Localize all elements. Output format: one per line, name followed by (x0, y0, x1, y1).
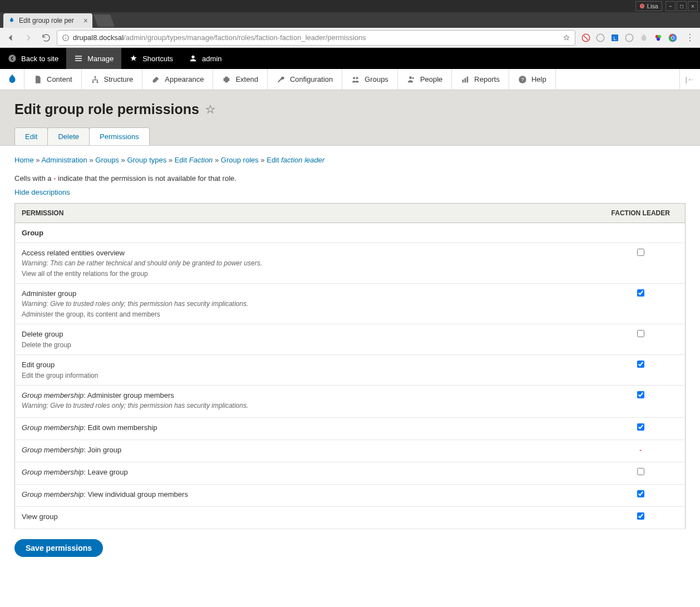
breadcrumb-admin[interactable]: Administration (41, 156, 87, 164)
info-icon (62, 34, 70, 42)
os-minimize[interactable]: − (666, 1, 676, 11)
tab-delete[interactable]: Delete (47, 127, 90, 145)
browser-tab[interactable]: Edit group role per × (3, 13, 92, 28)
shortcuts-label: Shortcuts (142, 55, 173, 63)
app-icon (639, 3, 645, 9)
new-tab-button[interactable] (93, 14, 115, 27)
permission-title: Access related entities overview (22, 249, 590, 257)
svg-point-19 (409, 76, 412, 79)
help-text: Cells with a - indicate that the permiss… (14, 174, 686, 182)
chevron-left-circle-icon (8, 54, 17, 63)
ext-icon-6[interactable] (653, 33, 663, 43)
admin-configuration[interactable]: Configuration (268, 69, 342, 90)
permission-cell: Access related entities overviewWarning:… (15, 243, 597, 284)
admin-appearance[interactable]: Appearance (142, 69, 213, 90)
ext-icon-4[interactable] (624, 33, 634, 43)
permission-title: Group membership: Administer group membe… (22, 391, 590, 399)
permission-checkbox[interactable] (637, 512, 644, 520)
breadcrumb-group-types[interactable]: Group types (127, 156, 166, 164)
permission-checkbox-cell (597, 243, 686, 284)
ext-icon-7[interactable] (668, 33, 678, 43)
shortcuts-button[interactable]: Shortcuts (121, 48, 181, 69)
local-tabs: Edit Delete Permissions (0, 127, 700, 145)
breadcrumb-edit-leader[interactable]: Edit faction leader (267, 156, 324, 164)
breadcrumb-group-roles[interactable]: Group roles (221, 156, 259, 164)
admin-people[interactable]: People (398, 69, 452, 90)
admin-home-icon[interactable] (0, 69, 24, 90)
file-icon (33, 75, 42, 84)
permission-cell: Edit groupEdit the group information (15, 355, 597, 386)
bookmark-star-icon[interactable] (563, 34, 570, 42)
admin-help[interactable]: ?Help (509, 69, 556, 90)
permission-cell: Administer groupWarning: Give to trusted… (15, 284, 597, 324)
svg-text:L: L (613, 35, 616, 41)
nav-reload-button[interactable] (39, 31, 53, 45)
drupal-favicon (8, 17, 16, 24)
address-bar[interactable]: drupal8.docksal/admin/group/types/manage… (57, 30, 575, 46)
os-maximize[interactable]: □ (677, 1, 687, 11)
breadcrumb-groups[interactable]: Groups (95, 156, 119, 164)
content-region: Home » Administration » Groups » Group t… (0, 146, 700, 574)
ext-icon-1[interactable] (581, 33, 591, 43)
table-row: Administer groupWarning: Give to trusted… (15, 284, 686, 324)
permission-checkbox[interactable] (637, 361, 644, 368)
admin-content[interactable]: Content (24, 69, 82, 90)
os-app-name: Lisa (647, 3, 658, 9)
favorite-star-icon[interactable] (205, 104, 216, 115)
permission-checkbox[interactable] (637, 468, 644, 475)
ext-icon-5[interactable] (639, 33, 649, 43)
ext-icon-3[interactable]: L (610, 33, 620, 43)
chrome-menu-button[interactable]: ⋮ (683, 32, 697, 43)
tab-permissions[interactable]: Permissions (89, 127, 150, 145)
admin-structure[interactable]: Structure (82, 69, 143, 90)
page-title: Edit group role permissions (14, 101, 199, 117)
browser-tab-strip: Edit group role per × (0, 12, 700, 28)
permission-checkbox-cell (597, 324, 686, 355)
admin-extend[interactable]: Extend (213, 69, 267, 90)
save-button[interactable]: Save permissions (14, 539, 103, 557)
wrench-icon (277, 75, 285, 84)
permission-description: Administer the group, its content and me… (22, 310, 160, 318)
os-close[interactable]: × (688, 1, 698, 11)
permission-checkbox[interactable] (637, 490, 644, 497)
permission-title: Delete group (22, 330, 590, 338)
os-app-indicator: Lisa (635, 1, 662, 11)
nav-back-button[interactable] (3, 31, 18, 45)
col-role-header: Faction leader (597, 204, 686, 223)
svg-rect-21 (462, 80, 464, 82)
permission-title: Administer group (22, 289, 590, 298)
tab-close-icon[interactable]: × (83, 16, 88, 25)
admin-groups[interactable]: Groups (342, 69, 398, 90)
permission-checkbox-cell (597, 386, 686, 418)
toggle-descriptions-link[interactable]: Hide descriptions (14, 188, 70, 196)
admin-reports[interactable]: Reports (452, 69, 509, 90)
bar-chart-icon (461, 75, 470, 84)
permission-cell: Group membership: Leave group (15, 462, 597, 485)
table-row: Edit groupEdit the group information (15, 355, 686, 386)
back-to-site-button[interactable]: Back to site (0, 48, 66, 69)
permission-checkbox[interactable] (637, 289, 644, 297)
breadcrumb-home[interactable]: Home (14, 156, 34, 164)
col-permission-header: Permission (15, 204, 597, 223)
tab-edit[interactable]: Edit (14, 127, 48, 145)
permission-title: Group membership: Edit own membership (22, 423, 590, 432)
permission-warning: Warning: This can be rather technical an… (22, 259, 590, 267)
table-row: Group membership: Edit own membership (15, 418, 686, 440)
permission-checkbox[interactable] (637, 391, 644, 398)
table-row: View group (15, 507, 686, 529)
permission-checkbox[interactable] (637, 249, 644, 256)
manage-toggle[interactable]: Manage (66, 48, 121, 69)
permission-cell: Group membership: Join group (15, 440, 597, 462)
ext-icon-2[interactable] (595, 33, 605, 43)
permission-cell: Group membership: Edit own membership (15, 418, 597, 440)
svg-rect-16 (96, 81, 98, 83)
browser-tab-title: Edit group role per (19, 17, 80, 24)
permission-title: Edit group (22, 361, 590, 369)
breadcrumb-edit-faction[interactable]: Edit Faction (175, 156, 213, 164)
admin-collapse-toggle[interactable]: |← (679, 69, 700, 90)
svg-point-11 (672, 36, 674, 39)
permission-description: View all of the entity relations for the… (22, 270, 148, 278)
user-menu-button[interactable]: admin (181, 48, 229, 69)
permission-checkbox[interactable] (637, 330, 644, 337)
permission-checkbox[interactable] (637, 423, 644, 431)
